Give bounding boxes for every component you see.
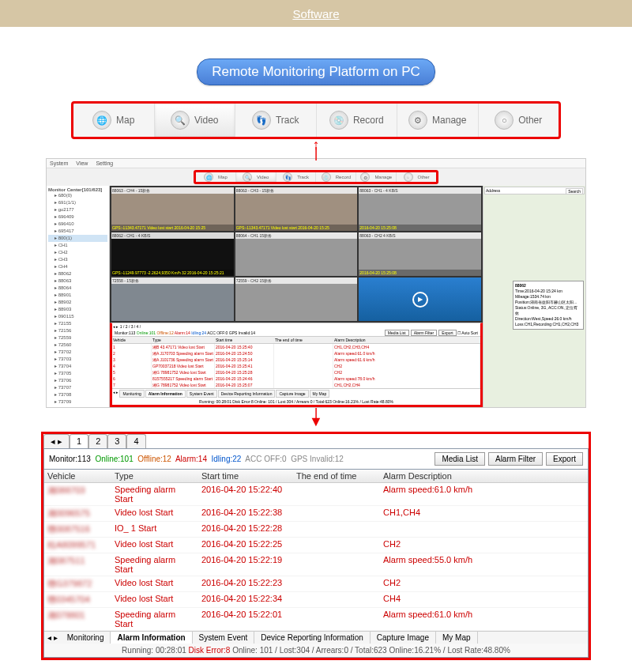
media-list-button[interactable]: Media List xyxy=(434,452,485,466)
tree-item[interactable]: ▸ 73709 xyxy=(48,398,107,406)
col-header: Type xyxy=(111,470,198,482)
page-tab[interactable]: 1 xyxy=(70,434,88,448)
record-icon: 💿 xyxy=(329,111,348,130)
nav-manage[interactable]: ⚙Manage xyxy=(397,104,479,137)
search-button[interactable]: Search xyxy=(566,188,583,194)
tree-item[interactable]: ▸ 090115 xyxy=(48,313,107,320)
tab-alarm-information[interactable]: Alarm Information xyxy=(111,632,192,644)
tree-item[interactable]: ▸ 88063 xyxy=(48,277,107,285)
tree-item[interactable]: ▸ 72560 xyxy=(48,342,107,349)
video-cell[interactable]: 88063 - CH1 - 4 KB/S2016-04-20 15:25:08 xyxy=(359,187,481,231)
tree-item[interactable]: ▸ 691(1/1) xyxy=(48,199,107,206)
table-row[interactable]: 赣0345704Video lost Start2016-04-20 15:22… xyxy=(44,592,588,608)
play-icon[interactable]: ▶ xyxy=(412,292,428,308)
alarm-detail-section: ◂ ▸1234 Monitor:113 Online:101 Offline:1… xyxy=(41,432,591,660)
video-cell[interactable]: 72558 - 15新务 xyxy=(111,277,234,321)
status-bar: Running: 00:28:01 Disk Error:8 Online: 1… xyxy=(44,644,588,657)
table-row[interactable]: 赣0087516IO_ 1 Start2016-04-20 15:22:28 xyxy=(44,522,588,538)
tree-item[interactable]: ▸ 88903 xyxy=(48,306,107,313)
menu-system[interactable]: System xyxy=(50,160,68,166)
mini-nav-manage[interactable]: ⚙Manage xyxy=(356,172,397,182)
tree-item[interactable]: ▸ 88064 xyxy=(48,285,107,292)
table-row[interactable]: 湘087511Speeding alarm Start2016-04-20 15… xyxy=(44,553,588,576)
title-text: Remote Monitoring Platform on PC xyxy=(197,59,435,85)
tree-item[interactable]: ▸ 800(1) xyxy=(48,235,107,242)
col-header: Alarm Description xyxy=(380,470,588,482)
tree-item[interactable]: ▸ 73706 xyxy=(48,377,107,384)
page-tab[interactable]: 2 xyxy=(88,434,107,448)
page-tab[interactable]: ◂ ▸ xyxy=(43,434,70,448)
video-cell[interactable]: 88063 - CH4 - 15新务GPS:-11343.47171 Video… xyxy=(111,187,234,231)
alarm-filter-button[interactable]: Alarm Filter xyxy=(488,452,543,466)
tree-item[interactable]: ▸ 73704 xyxy=(48,363,107,370)
tab-system-event[interactable]: System Event xyxy=(193,632,255,644)
stat-idling: Idling:22 xyxy=(212,455,242,463)
table-row[interactable]: 湘078801Speeding alarm Start2016-04-20 15… xyxy=(44,608,588,631)
video-cell[interactable]: 88062 - CH1 - 4 KB/SGPS:-11249.97773 -2.… xyxy=(111,232,234,276)
table-row[interactable]: 赣G379872Video lost Start2016-04-20 15:22… xyxy=(44,576,588,592)
tab-my-map[interactable]: My Map xyxy=(436,632,478,644)
tree-item[interactable]: ▸ 73702 xyxy=(48,349,107,356)
nav-other[interactable]: ○Other xyxy=(479,104,559,137)
video-cell[interactable]: 72559 - CH2 15新务 xyxy=(235,277,358,321)
tree-item[interactable]: ▸ CH2 xyxy=(48,249,107,256)
tab-monitoring[interactable]: Monitoring xyxy=(61,632,111,644)
tree-item[interactable]: ▸ CH4 xyxy=(48,263,107,270)
stat-monitor: Monitor:113 xyxy=(49,455,91,463)
export-button[interactable]: Export xyxy=(546,452,583,466)
tree-item[interactable]: ▸ 72155 xyxy=(48,320,107,327)
mini-nav-map[interactable]: 🌐Map xyxy=(196,172,236,182)
menu-setting[interactable]: Setting xyxy=(96,160,113,166)
bottom-alarm-panel: ◂ ▸ 1 / 2 / 3 / 4 /Monitor:113 Online:10… xyxy=(110,323,483,407)
tab-device-reporting-information[interactable]: Device Reporting Information xyxy=(254,632,371,644)
arrow-down-icon: |▼ xyxy=(0,410,632,425)
tree-item[interactable]: ▸ 3310 xyxy=(48,406,107,407)
app-window: SystemViewSetting 🌐Map🔍Video👣Track💿Recor… xyxy=(46,158,586,408)
tree-item[interactable]: ▸ 72156 xyxy=(48,327,107,334)
video-cell[interactable]: 88063 - CH2 4 KB/S2016-04-20 15:25:08 xyxy=(359,232,481,276)
page-tab[interactable]: 3 xyxy=(107,434,126,448)
nav-video[interactable]: 🔍Video xyxy=(155,104,236,137)
device-tree[interactable]: Monitor Center[101/623] ▸ 680(0)▸ 691(1/… xyxy=(47,186,110,407)
map-search: Address Search xyxy=(484,187,585,194)
table-row[interactable]: 桂A8099571Video lost Start2016-04-20 15:2… xyxy=(44,538,588,553)
tree-item[interactable]: ▸ 88062 xyxy=(48,270,107,277)
table-row[interactable]: 湘0096575Video lost Start2016-04-20 15:22… xyxy=(44,506,588,522)
video-cell[interactable]: ▶ xyxy=(359,277,481,321)
manage-icon: ⚙ xyxy=(408,111,427,130)
tree-item[interactable]: ▸ 73705 xyxy=(48,370,107,377)
map-panel[interactable]: Address Search 88062 Time:2016-04-20 15:… xyxy=(483,186,585,407)
tree-item[interactable]: ▸ CH1 xyxy=(48,242,107,249)
bottom-tabs[interactable]: ◂ ▸ MonitoringAlarm InformationSystem Ev… xyxy=(44,631,588,644)
page-tab[interactable]: 4 xyxy=(126,434,145,448)
tree-item[interactable]: ▸ 88902 xyxy=(48,299,107,306)
tree-item[interactable]: ▸ 696410 xyxy=(48,221,107,228)
stat-accoff: ACC OFF:0 xyxy=(245,455,286,463)
tree-item[interactable]: ▸ 696409 xyxy=(48,213,107,221)
mini-nav-track[interactable]: 👣Track xyxy=(276,172,317,182)
col-header: The end of time xyxy=(293,470,380,482)
tree-item[interactable]: ▸ 73707 xyxy=(48,384,107,391)
tab-capture-image[interactable]: Capture Image xyxy=(371,632,436,644)
tree-item[interactable]: ▸ go2177 xyxy=(48,206,107,213)
tree-item[interactable]: ▸ CH3 xyxy=(48,256,107,263)
mini-nav-other[interactable]: ○Other xyxy=(397,172,436,182)
stat-alarm: Alarm:14 xyxy=(175,455,207,463)
tree-item[interactable]: ▸ 73708 xyxy=(48,391,107,398)
monitor-stats-bar: Monitor:113 Online:101 Offline:12 Alarm:… xyxy=(43,448,589,470)
tree-item[interactable]: ▸ 73703 xyxy=(48,356,107,363)
nav-track[interactable]: 👣Track xyxy=(235,104,317,137)
tree-item[interactable]: ▸ 72559 xyxy=(48,334,107,342)
menu-view[interactable]: View xyxy=(76,160,88,166)
nav-record[interactable]: 💿Record xyxy=(317,104,398,137)
nav-map[interactable]: 🌐Map xyxy=(73,104,155,137)
video-cell[interactable]: 88063 - CH3 - 15新务GPS:-11343.47171 Video… xyxy=(235,187,358,231)
video-cell[interactable]: 88064 - CH1 15新务 xyxy=(235,232,358,276)
mini-nav-video[interactable]: 🔍Video xyxy=(236,172,276,182)
tree-item[interactable]: ▸ 88901 xyxy=(48,292,107,299)
mini-nav-record[interactable]: 💿Record xyxy=(316,172,356,182)
tree-item[interactable]: ▸ 680(0) xyxy=(48,192,107,199)
table-row[interactable]: 湘088703Speeding alarm Start2016-04-20 15… xyxy=(44,483,588,506)
page-tabs[interactable]: ◂ ▸1234 xyxy=(43,434,589,448)
tree-item[interactable]: ▸ 695417 xyxy=(48,228,107,235)
